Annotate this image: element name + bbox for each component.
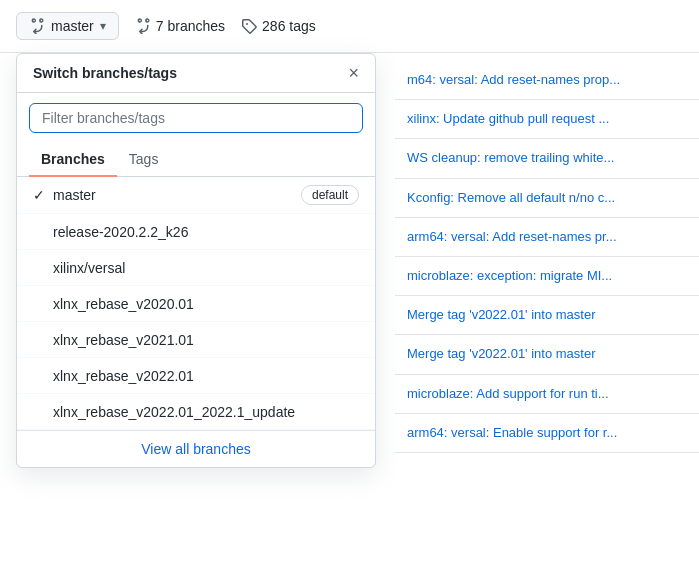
commit-link[interactable]: m64: versal: Add reset-names prop... (407, 71, 687, 89)
commit-item: Merge tag 'v2022.01' into master (395, 335, 699, 374)
default-badge: default (301, 185, 359, 205)
branch-name: master (51, 18, 94, 34)
commit-item: m64: versal: Add reset-names prop... (395, 61, 699, 100)
branches-list: ✓masterdefaultrelease-2020.2.2_k26xilinx… (17, 177, 375, 430)
commit-item: microblaze: exception: migrate MI... (395, 257, 699, 296)
branch-name: xlnx_rebase_v2022.01 (53, 368, 359, 384)
dropdown-title: Switch branches/tags (33, 65, 177, 81)
branch-name: xlnx_rebase_v2020.01 (53, 296, 359, 312)
commit-link[interactable]: Merge tag 'v2022.01' into master (407, 306, 687, 324)
commit-link[interactable]: Kconfig: Remove all default n/no c... (407, 189, 687, 207)
main-content: Switch branches/tags × Branches Tags ✓ma… (0, 53, 699, 569)
branch-item[interactable]: xlnx_rebase_v2020.01 (17, 286, 375, 322)
branch-dropdown-panel: Switch branches/tags × Branches Tags ✓ma… (16, 53, 376, 468)
dropdown-header: Switch branches/tags × (17, 54, 375, 93)
commit-item: microblaze: Add support for run ti... (395, 375, 699, 414)
commit-link[interactable]: arm64: versal: Enable support for r... (407, 424, 687, 442)
branch-item[interactable]: xlnx_rebase_v2022.01 (17, 358, 375, 394)
tag-icon (241, 18, 257, 34)
branches-link[interactable]: 7 branches (135, 18, 225, 34)
commit-link[interactable]: arm64: versal: Add reset-names pr... (407, 228, 687, 246)
branch-item[interactable]: xlnx_rebase_v2022.01_2022.1_update (17, 394, 375, 430)
branch-name: xlnx_rebase_v2021.01 (53, 332, 359, 348)
branch-name: master (53, 187, 301, 203)
commit-link[interactable]: WS cleanup: remove trailing white... (407, 149, 687, 167)
branch-count-icon (135, 18, 151, 34)
commit-link[interactable]: microblaze: Add support for run ti... (407, 385, 687, 403)
commit-item: arm64: versal: Add reset-names pr... (395, 218, 699, 257)
tags-link[interactable]: 286 tags (241, 18, 316, 34)
commit-link[interactable]: Merge tag 'v2022.01' into master (407, 345, 687, 363)
commit-item: xilinx: Update github pull request ... (395, 100, 699, 139)
tab-branches[interactable]: Branches (29, 143, 117, 177)
branch-name: xilinx/versal (53, 260, 359, 276)
commit-item: Kconfig: Remove all default n/no c... (395, 179, 699, 218)
tag-count: 286 tags (262, 18, 316, 34)
branch-item[interactable]: ✓masterdefault (17, 177, 375, 214)
commit-item: Merge tag 'v2022.01' into master (395, 296, 699, 335)
tab-tags[interactable]: Tags (117, 143, 171, 177)
commit-list: m64: versal: Add reset-names prop...xili… (395, 53, 699, 461)
close-button[interactable]: × (348, 64, 359, 82)
branch-item[interactable]: xlnx_rebase_v2021.01 (17, 322, 375, 358)
branch-name: release-2020.2.2_k26 (53, 224, 359, 240)
branch-selector-button[interactable]: master ▾ (16, 12, 119, 40)
branch-icon (29, 18, 45, 34)
check-icon: ✓ (33, 187, 53, 203)
branch-count: 7 branches (156, 18, 225, 34)
top-bar: master ▾ 7 branches 286 tags (0, 0, 699, 53)
branch-item[interactable]: release-2020.2.2_k26 (17, 214, 375, 250)
commit-link[interactable]: microblaze: exception: migrate MI... (407, 267, 687, 285)
commit-item: arm64: versal: Enable support for r... (395, 414, 699, 453)
chevron-down-icon: ▾ (100, 19, 106, 33)
commit-link[interactable]: xilinx: Update github pull request ... (407, 110, 687, 128)
branch-item[interactable]: xilinx/versal (17, 250, 375, 286)
filter-input[interactable] (29, 103, 363, 133)
tabs-row: Branches Tags (17, 143, 375, 177)
view-all-branches-link[interactable]: View all branches (17, 430, 375, 467)
commit-item: WS cleanup: remove trailing white... (395, 139, 699, 178)
branch-name: xlnx_rebase_v2022.01_2022.1_update (53, 404, 359, 420)
